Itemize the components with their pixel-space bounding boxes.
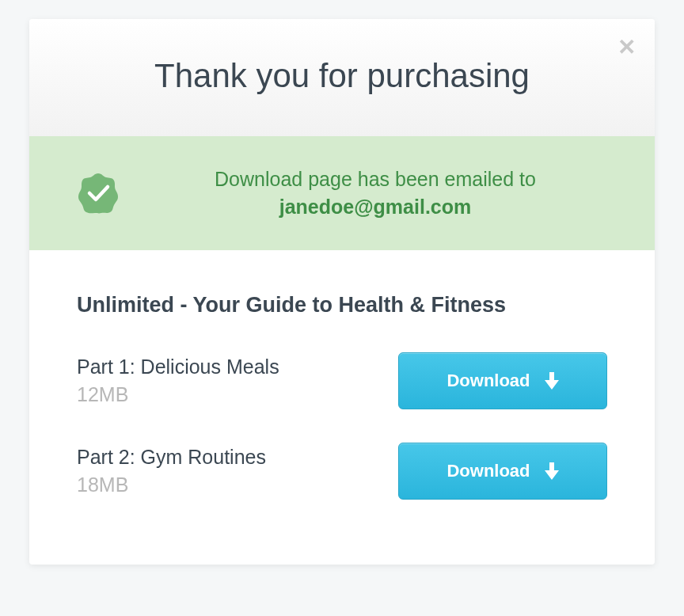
notice-email: janedoe@gmail.com bbox=[143, 196, 607, 219]
modal-title: Thank you for purchasing bbox=[53, 57, 631, 95]
notice-message: Download page has been emailed to bbox=[215, 168, 536, 190]
file-info: Part 2: Gym Routines 18MB bbox=[77, 446, 266, 496]
email-notice: Download page has been emailed to janedo… bbox=[29, 136, 655, 250]
modal-body: Unlimited - Your Guide to Health & Fitne… bbox=[29, 250, 655, 565]
file-size: 12MB bbox=[77, 383, 279, 406]
file-row: Part 2: Gym Routines 18MB Download bbox=[77, 443, 607, 500]
file-name: Part 1: Delicious Meals bbox=[77, 356, 279, 378]
purchase-confirmation-modal: ✕ Thank you for purchasing Download page… bbox=[29, 19, 655, 565]
notice-text: Download page has been emailed to janedo… bbox=[143, 168, 607, 219]
download-button-label: Download bbox=[446, 371, 530, 391]
close-icon[interactable]: ✕ bbox=[618, 36, 636, 59]
download-arrow-icon bbox=[545, 462, 559, 480]
checkmark-badge-icon bbox=[77, 172, 120, 215]
download-button[interactable]: Download bbox=[398, 443, 607, 500]
download-button[interactable]: Download bbox=[398, 352, 607, 409]
file-name: Part 2: Gym Routines bbox=[77, 446, 266, 469]
file-row: Part 1: Delicious Meals 12MB Download bbox=[77, 352, 607, 409]
download-arrow-icon bbox=[545, 372, 559, 390]
file-size: 18MB bbox=[77, 473, 266, 496]
modal-header: ✕ Thank you for purchasing bbox=[29, 19, 655, 136]
file-info: Part 1: Delicious Meals 12MB bbox=[77, 356, 279, 406]
product-title: Unlimited - Your Guide to Health & Fitne… bbox=[77, 293, 607, 318]
download-button-label: Download bbox=[446, 461, 530, 481]
